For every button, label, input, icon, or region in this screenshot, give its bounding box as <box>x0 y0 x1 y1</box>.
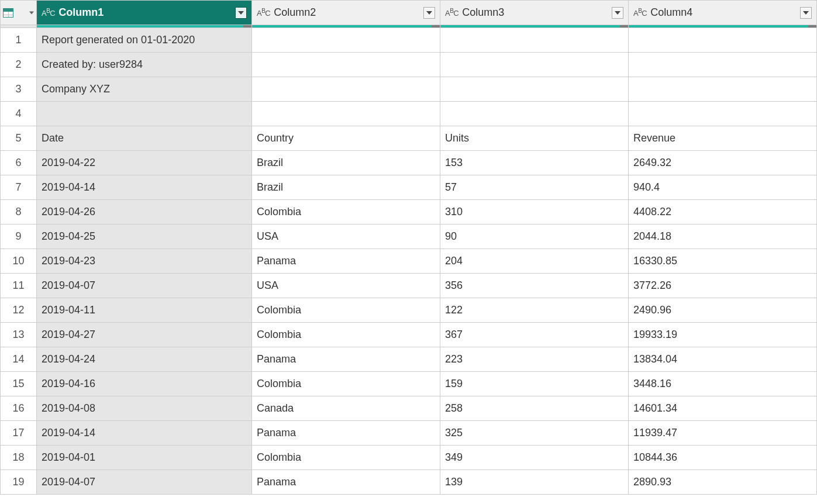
cell[interactable]: 223 <box>440 347 629 372</box>
table-row[interactable]: 62019-04-22Brazil1532649.32 <box>1 151 817 175</box>
cell[interactable]: 2019-04-24 <box>37 347 252 372</box>
table-row[interactable]: 142019-04-24Panama22313834.04 <box>1 347 817 372</box>
row-number[interactable]: 15 <box>1 372 37 396</box>
column-filter-button[interactable] <box>235 7 247 19</box>
row-number[interactable]: 4 <box>1 102 37 126</box>
cell[interactable]: 940.4 <box>629 175 817 200</box>
cell[interactable] <box>440 28 629 53</box>
cell[interactable]: 2649.32 <box>629 151 817 175</box>
select-all-corner[interactable] <box>1 1 37 25</box>
cell[interactable]: Units <box>440 126 629 151</box>
cell[interactable]: 16330.85 <box>629 249 817 274</box>
cell[interactable]: Company XYZ <box>37 77 252 102</box>
row-number[interactable]: 6 <box>1 151 37 175</box>
row-number[interactable]: 16 <box>1 396 37 421</box>
cell[interactable]: 2019-04-14 <box>37 175 252 200</box>
cell[interactable] <box>252 53 440 77</box>
table-row[interactable]: 182019-04-01Colombia34910844.36 <box>1 446 817 470</box>
cell[interactable]: Colombia <box>252 298 440 323</box>
cell[interactable]: Colombia <box>252 372 440 396</box>
row-number[interactable]: 11 <box>1 274 37 298</box>
cell[interactable]: Colombia <box>252 200 440 225</box>
cell[interactable]: USA <box>252 225 440 249</box>
row-number[interactable]: 3 <box>1 77 37 102</box>
cell[interactable]: 2019-04-25 <box>37 225 252 249</box>
cell[interactable]: 349 <box>440 446 629 470</box>
cell[interactable] <box>37 102 252 126</box>
cell[interactable] <box>252 102 440 126</box>
cell[interactable]: 2044.18 <box>629 225 817 249</box>
column-header-column2[interactable]: ABC Column2 <box>252 1 440 25</box>
cell[interactable]: 2019-04-07 <box>37 470 252 495</box>
row-number[interactable]: 13 <box>1 323 37 347</box>
cell[interactable]: USA <box>252 274 440 298</box>
cell[interactable]: 325 <box>440 421 629 446</box>
cell[interactable]: Panama <box>252 421 440 446</box>
table-row[interactable]: 162019-04-08Canada25814601.34 <box>1 396 817 421</box>
cell[interactable]: 2019-04-08 <box>37 396 252 421</box>
row-number[interactable]: 7 <box>1 175 37 200</box>
table-row[interactable]: 2Created by: user9284 <box>1 53 817 77</box>
cell[interactable]: 57 <box>440 175 629 200</box>
table-row[interactable]: 82019-04-26Colombia3104408.22 <box>1 200 817 225</box>
cell[interactable]: 3448.16 <box>629 372 817 396</box>
row-number[interactable]: 8 <box>1 200 37 225</box>
cell[interactable]: 2490.96 <box>629 298 817 323</box>
row-number[interactable]: 2 <box>1 53 37 77</box>
cell[interactable]: 367 <box>440 323 629 347</box>
cell[interactable]: Brazil <box>252 175 440 200</box>
table-row[interactable]: 132019-04-27Colombia36719933.19 <box>1 323 817 347</box>
row-number[interactable]: 9 <box>1 225 37 249</box>
table-row[interactable]: 72019-04-14Brazil57940.4 <box>1 175 817 200</box>
column-filter-button[interactable] <box>800 7 812 19</box>
cell[interactable] <box>252 77 440 102</box>
cell[interactable]: 2019-04-01 <box>37 446 252 470</box>
cell[interactable]: 2019-04-23 <box>37 249 252 274</box>
cell[interactable]: 139 <box>440 470 629 495</box>
cell[interactable]: 2019-04-26 <box>37 200 252 225</box>
cell[interactable]: Panama <box>252 249 440 274</box>
table-row[interactable]: 172019-04-14Panama32511939.47 <box>1 421 817 446</box>
cell[interactable]: 11939.47 <box>629 421 817 446</box>
cell[interactable] <box>629 77 817 102</box>
cell[interactable]: Created by: user9284 <box>37 53 252 77</box>
table-row[interactable]: 192019-04-07Panama1392890.93 <box>1 470 817 495</box>
cell[interactable]: Date <box>37 126 252 151</box>
cell[interactable]: Panama <box>252 347 440 372</box>
row-number[interactable]: 1 <box>1 28 37 53</box>
cell[interactable]: 14601.34 <box>629 396 817 421</box>
cell[interactable] <box>629 28 817 53</box>
column-filter-button[interactable] <box>423 7 435 19</box>
cell[interactable]: 2890.93 <box>629 470 817 495</box>
row-number[interactable]: 17 <box>1 421 37 446</box>
cell[interactable]: Brazil <box>252 151 440 175</box>
cell[interactable] <box>440 77 629 102</box>
cell[interactable] <box>629 53 817 77</box>
cell[interactable]: Revenue <box>629 126 817 151</box>
cell[interactable]: 153 <box>440 151 629 175</box>
cell[interactable]: 2019-04-27 <box>37 323 252 347</box>
table-row[interactable]: 1Report generated on 01-01-2020 <box>1 28 817 53</box>
row-number[interactable]: 12 <box>1 298 37 323</box>
cell[interactable]: Report generated on 01-01-2020 <box>37 28 252 53</box>
table-row[interactable]: 112019-04-07USA3563772.26 <box>1 274 817 298</box>
cell[interactable]: 204 <box>440 249 629 274</box>
cell[interactable]: 356 <box>440 274 629 298</box>
cell[interactable]: 90 <box>440 225 629 249</box>
row-number[interactable]: 14 <box>1 347 37 372</box>
row-number[interactable]: 18 <box>1 446 37 470</box>
column-header-column3[interactable]: ABC Column3 <box>440 1 629 25</box>
table-row[interactable]: 152019-04-16Colombia1593448.16 <box>1 372 817 396</box>
row-number[interactable]: 5 <box>1 126 37 151</box>
cell[interactable]: 4408.22 <box>629 200 817 225</box>
cell[interactable]: 2019-04-16 <box>37 372 252 396</box>
table-row[interactable]: 102019-04-23Panama20416330.85 <box>1 249 817 274</box>
cell[interactable]: 2019-04-22 <box>37 151 252 175</box>
column-header-column1[interactable]: ABC Column1 <box>37 1 252 25</box>
row-number[interactable]: 10 <box>1 249 37 274</box>
table-row[interactable]: 3Company XYZ <box>1 77 817 102</box>
cell[interactable]: 10844.36 <box>629 446 817 470</box>
table-row[interactable]: 92019-04-25USA902044.18 <box>1 225 817 249</box>
cell[interactable]: 2019-04-07 <box>37 274 252 298</box>
cell[interactable]: 122 <box>440 298 629 323</box>
